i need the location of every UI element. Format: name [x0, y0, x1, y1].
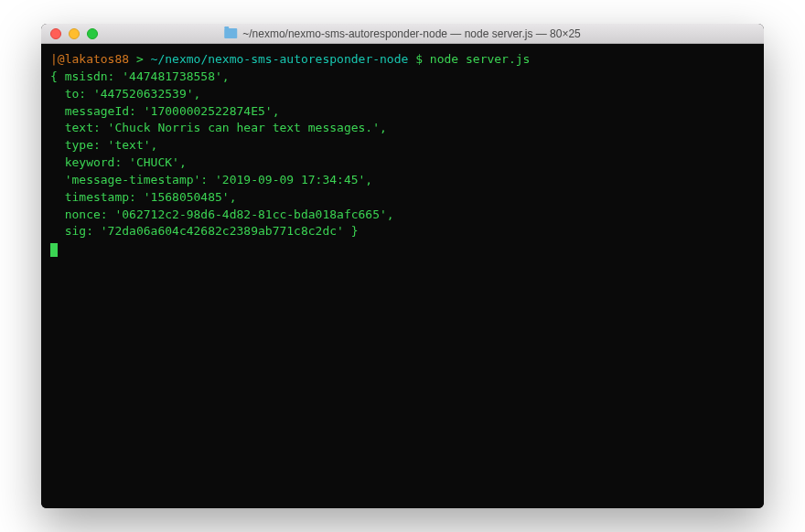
prompt-bracket: |	[50, 52, 58, 66]
cursor-icon	[50, 243, 58, 257]
output-line: messageId: '17000002522874E5',	[50, 103, 755, 121]
output-line: nonce: '062712c2-98d6-4d82-81cc-bda018af…	[50, 207, 755, 224]
window-title-text: ~/nexmo/nexmo-sms-autoresponder-node — n…	[242, 27, 581, 40]
output-line: keyword: 'CHUCK',	[50, 154, 755, 172]
window-title: ~/nexmo/nexmo-sms-autoresponder-node — n…	[224, 27, 581, 40]
prompt-cwd: ~/nexmo/nexmo-sms-autoresponder-node	[151, 52, 409, 66]
terminal-window: ~/nexmo/nexmo-sms-autoresponder-node — n…	[41, 24, 764, 508]
prompt-dollar: $	[408, 52, 429, 66]
minimize-icon[interactable]	[69, 28, 80, 39]
output-line: sig: '72da06a604c42682c2389ab771c8c2dc' …	[50, 223, 755, 240]
output-line: 'message-timestamp': '2019-09-09 17:34:4…	[50, 172, 755, 189]
output-line: type: 'text',	[50, 137, 755, 154]
prompt-command: node server.js	[430, 52, 531, 66]
output-line: timestamp: '1568050485',	[50, 189, 755, 207]
output-line: to: '447520632539',	[50, 86, 755, 103]
prompt-sep: >	[129, 52, 150, 66]
maximize-icon[interactable]	[87, 28, 98, 39]
close-icon[interactable]	[50, 28, 61, 39]
prompt-line: |@lakatos88 > ~/nexmo/nexmo-sms-autoresp…	[50, 51, 755, 69]
window-titlebar: ~/nexmo/nexmo-sms-autoresponder-node — n…	[41, 24, 764, 44]
terminal-body[interactable]: |@lakatos88 > ~/nexmo/nexmo-sms-autoresp…	[41, 44, 764, 508]
traffic-lights	[41, 28, 98, 39]
prompt-user: @lakatos88	[58, 52, 129, 66]
output-line: { msisdn: '447481738558',	[50, 69, 755, 86]
cursor-line	[50, 240, 755, 258]
output-line: text: 'Chuck Norris can hear text messag…	[50, 120, 755, 137]
folder-icon	[224, 28, 237, 38]
